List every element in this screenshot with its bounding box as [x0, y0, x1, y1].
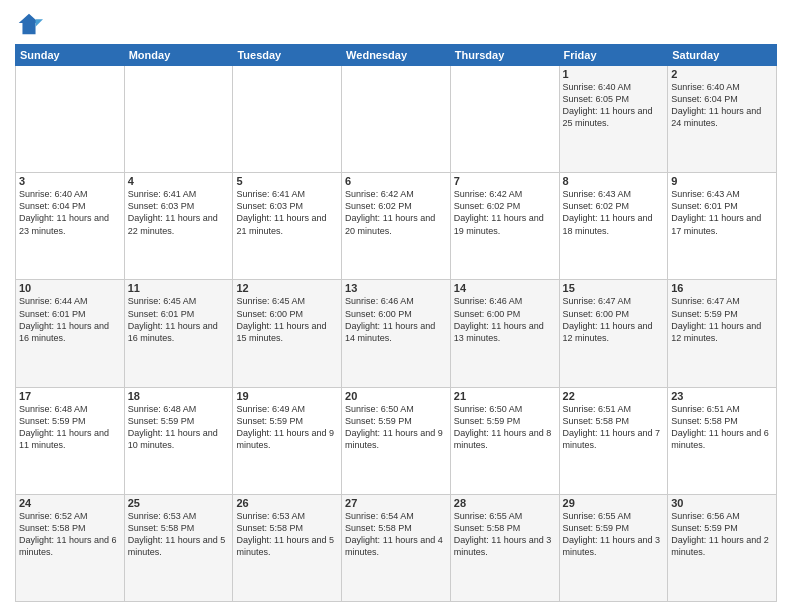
calendar-table: SundayMondayTuesdayWednesdayThursdayFrid… — [15, 44, 777, 602]
day-info: Sunrise: 6:40 AM Sunset: 6:04 PM Dayligh… — [19, 188, 121, 237]
calendar-cell — [124, 66, 233, 173]
day-of-week-header: Monday — [124, 45, 233, 66]
calendar-cell: 6Sunrise: 6:42 AM Sunset: 6:02 PM Daylig… — [342, 173, 451, 280]
day-info: Sunrise: 6:48 AM Sunset: 5:59 PM Dayligh… — [19, 403, 121, 452]
calendar-header: SundayMondayTuesdayWednesdayThursdayFrid… — [16, 45, 777, 66]
day-number: 24 — [19, 497, 121, 509]
day-info: Sunrise: 6:40 AM Sunset: 6:04 PM Dayligh… — [671, 81, 773, 130]
calendar-cell: 30Sunrise: 6:56 AM Sunset: 5:59 PM Dayli… — [668, 494, 777, 601]
day-info: Sunrise: 6:42 AM Sunset: 6:02 PM Dayligh… — [345, 188, 447, 237]
calendar-cell: 17Sunrise: 6:48 AM Sunset: 5:59 PM Dayli… — [16, 387, 125, 494]
day-number: 20 — [345, 390, 447, 402]
day-of-week-header: Wednesday — [342, 45, 451, 66]
calendar-cell: 10Sunrise: 6:44 AM Sunset: 6:01 PM Dayli… — [16, 280, 125, 387]
day-number: 19 — [236, 390, 338, 402]
calendar-week-row: 17Sunrise: 6:48 AM Sunset: 5:59 PM Dayli… — [16, 387, 777, 494]
day-info: Sunrise: 6:55 AM Sunset: 5:58 PM Dayligh… — [454, 510, 556, 559]
day-info: Sunrise: 6:43 AM Sunset: 6:01 PM Dayligh… — [671, 188, 773, 237]
day-number: 21 — [454, 390, 556, 402]
day-info: Sunrise: 6:51 AM Sunset: 5:58 PM Dayligh… — [671, 403, 773, 452]
day-of-week-header: Sunday — [16, 45, 125, 66]
logo-icon — [15, 10, 43, 38]
day-info: Sunrise: 6:52 AM Sunset: 5:58 PM Dayligh… — [19, 510, 121, 559]
calendar-cell: 8Sunrise: 6:43 AM Sunset: 6:02 PM Daylig… — [559, 173, 668, 280]
calendar-cell: 5Sunrise: 6:41 AM Sunset: 6:03 PM Daylig… — [233, 173, 342, 280]
day-number: 15 — [563, 282, 665, 294]
calendar-cell: 11Sunrise: 6:45 AM Sunset: 6:01 PM Dayli… — [124, 280, 233, 387]
header — [15, 10, 777, 38]
calendar-week-row: 24Sunrise: 6:52 AM Sunset: 5:58 PM Dayli… — [16, 494, 777, 601]
day-info: Sunrise: 6:42 AM Sunset: 6:02 PM Dayligh… — [454, 188, 556, 237]
day-number: 27 — [345, 497, 447, 509]
day-number: 3 — [19, 175, 121, 187]
calendar-cell: 28Sunrise: 6:55 AM Sunset: 5:58 PM Dayli… — [450, 494, 559, 601]
day-info: Sunrise: 6:46 AM Sunset: 6:00 PM Dayligh… — [345, 295, 447, 344]
calendar-cell: 16Sunrise: 6:47 AM Sunset: 5:59 PM Dayli… — [668, 280, 777, 387]
calendar-cell: 21Sunrise: 6:50 AM Sunset: 5:59 PM Dayli… — [450, 387, 559, 494]
calendar-cell: 1Sunrise: 6:40 AM Sunset: 6:05 PM Daylig… — [559, 66, 668, 173]
day-of-week-header: Saturday — [668, 45, 777, 66]
calendar-cell: 7Sunrise: 6:42 AM Sunset: 6:02 PM Daylig… — [450, 173, 559, 280]
day-number: 5 — [236, 175, 338, 187]
day-number: 18 — [128, 390, 230, 402]
svg-marker-1 — [36, 19, 43, 26]
day-of-week-header: Friday — [559, 45, 668, 66]
day-number: 4 — [128, 175, 230, 187]
calendar-cell — [16, 66, 125, 173]
calendar-cell: 29Sunrise: 6:55 AM Sunset: 5:59 PM Dayli… — [559, 494, 668, 601]
day-of-week-header: Tuesday — [233, 45, 342, 66]
day-number: 9 — [671, 175, 773, 187]
day-number: 30 — [671, 497, 773, 509]
day-info: Sunrise: 6:45 AM Sunset: 6:00 PM Dayligh… — [236, 295, 338, 344]
day-info: Sunrise: 6:50 AM Sunset: 5:59 PM Dayligh… — [345, 403, 447, 452]
day-info: Sunrise: 6:51 AM Sunset: 5:58 PM Dayligh… — [563, 403, 665, 452]
day-number: 29 — [563, 497, 665, 509]
day-info: Sunrise: 6:55 AM Sunset: 5:59 PM Dayligh… — [563, 510, 665, 559]
day-number: 1 — [563, 68, 665, 80]
day-number: 2 — [671, 68, 773, 80]
calendar-cell — [233, 66, 342, 173]
calendar-cell — [450, 66, 559, 173]
day-info: Sunrise: 6:41 AM Sunset: 6:03 PM Dayligh… — [236, 188, 338, 237]
day-info: Sunrise: 6:50 AM Sunset: 5:59 PM Dayligh… — [454, 403, 556, 452]
day-info: Sunrise: 6:47 AM Sunset: 5:59 PM Dayligh… — [671, 295, 773, 344]
calendar-body: 1Sunrise: 6:40 AM Sunset: 6:05 PM Daylig… — [16, 66, 777, 602]
day-info: Sunrise: 6:53 AM Sunset: 5:58 PM Dayligh… — [236, 510, 338, 559]
day-info: Sunrise: 6:46 AM Sunset: 6:00 PM Dayligh… — [454, 295, 556, 344]
calendar-cell: 15Sunrise: 6:47 AM Sunset: 6:00 PM Dayli… — [559, 280, 668, 387]
calendar-cell: 2Sunrise: 6:40 AM Sunset: 6:04 PM Daylig… — [668, 66, 777, 173]
calendar-cell: 3Sunrise: 6:40 AM Sunset: 6:04 PM Daylig… — [16, 173, 125, 280]
calendar-cell: 20Sunrise: 6:50 AM Sunset: 5:59 PM Dayli… — [342, 387, 451, 494]
calendar-week-row: 3Sunrise: 6:40 AM Sunset: 6:04 PM Daylig… — [16, 173, 777, 280]
day-info: Sunrise: 6:48 AM Sunset: 5:59 PM Dayligh… — [128, 403, 230, 452]
day-number: 17 — [19, 390, 121, 402]
day-number: 16 — [671, 282, 773, 294]
day-info: Sunrise: 6:41 AM Sunset: 6:03 PM Dayligh… — [128, 188, 230, 237]
day-info: Sunrise: 6:49 AM Sunset: 5:59 PM Dayligh… — [236, 403, 338, 452]
calendar-cell: 23Sunrise: 6:51 AM Sunset: 5:58 PM Dayli… — [668, 387, 777, 494]
day-info: Sunrise: 6:44 AM Sunset: 6:01 PM Dayligh… — [19, 295, 121, 344]
day-info: Sunrise: 6:54 AM Sunset: 5:58 PM Dayligh… — [345, 510, 447, 559]
calendar-cell: 9Sunrise: 6:43 AM Sunset: 6:01 PM Daylig… — [668, 173, 777, 280]
day-number: 8 — [563, 175, 665, 187]
day-info: Sunrise: 6:56 AM Sunset: 5:59 PM Dayligh… — [671, 510, 773, 559]
calendar-cell: 12Sunrise: 6:45 AM Sunset: 6:00 PM Dayli… — [233, 280, 342, 387]
calendar-cell — [342, 66, 451, 173]
day-info: Sunrise: 6:43 AM Sunset: 6:02 PM Dayligh… — [563, 188, 665, 237]
calendar-cell: 13Sunrise: 6:46 AM Sunset: 6:00 PM Dayli… — [342, 280, 451, 387]
calendar-cell: 22Sunrise: 6:51 AM Sunset: 5:58 PM Dayli… — [559, 387, 668, 494]
day-number: 10 — [19, 282, 121, 294]
day-number: 22 — [563, 390, 665, 402]
header-row: SundayMondayTuesdayWednesdayThursdayFrid… — [16, 45, 777, 66]
calendar-week-row: 10Sunrise: 6:44 AM Sunset: 6:01 PM Dayli… — [16, 280, 777, 387]
day-number: 6 — [345, 175, 447, 187]
calendar-cell: 19Sunrise: 6:49 AM Sunset: 5:59 PM Dayli… — [233, 387, 342, 494]
day-number: 23 — [671, 390, 773, 402]
day-number: 14 — [454, 282, 556, 294]
day-number: 7 — [454, 175, 556, 187]
day-info: Sunrise: 6:40 AM Sunset: 6:05 PM Dayligh… — [563, 81, 665, 130]
calendar-cell: 24Sunrise: 6:52 AM Sunset: 5:58 PM Dayli… — [16, 494, 125, 601]
calendar-cell: 14Sunrise: 6:46 AM Sunset: 6:00 PM Dayli… — [450, 280, 559, 387]
calendar-cell: 4Sunrise: 6:41 AM Sunset: 6:03 PM Daylig… — [124, 173, 233, 280]
calendar-week-row: 1Sunrise: 6:40 AM Sunset: 6:05 PM Daylig… — [16, 66, 777, 173]
